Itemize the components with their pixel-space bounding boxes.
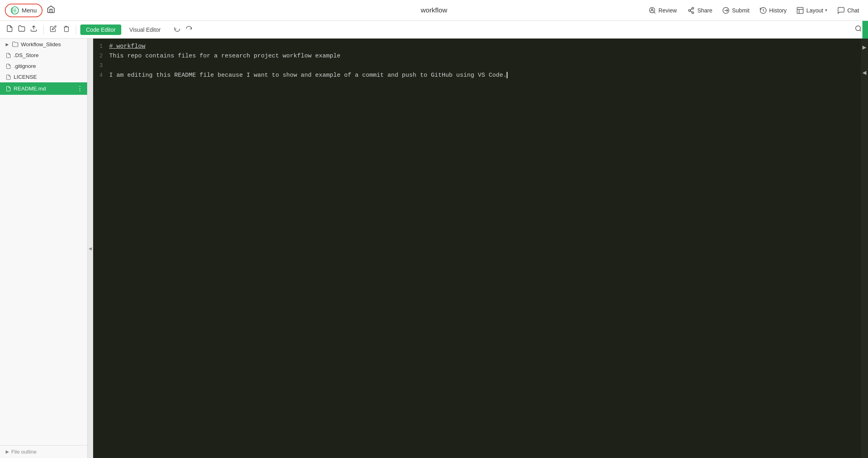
toolbar-separator-2 bbox=[76, 25, 76, 35]
right-panel-collapse-button[interactable]: ◀ bbox=[862, 68, 867, 77]
line-content-1: # workflow bbox=[109, 42, 862, 51]
review-icon bbox=[648, 6, 656, 14]
sidebar-item-ds-store[interactable]: .DS_Store bbox=[0, 50, 87, 61]
review-label: Review bbox=[658, 7, 677, 14]
svg-point-0 bbox=[12, 8, 13, 9]
code-line-1: 1 # workflow bbox=[93, 42, 868, 51]
file-icon bbox=[6, 53, 11, 58]
upload-button[interactable] bbox=[28, 23, 39, 36]
sidebar-item-license[interactable]: LICENSE bbox=[0, 72, 87, 82]
file-outline-chevron-icon: ▶ bbox=[6, 449, 9, 454]
green-accent-bar bbox=[862, 21, 868, 39]
new-folder-icon bbox=[18, 25, 25, 32]
rename-button[interactable] bbox=[48, 23, 59, 36]
code-line-4: 4 I am editing this README file because … bbox=[93, 71, 868, 80]
right-panel-handles: ▶ ◀ bbox=[861, 39, 868, 458]
sidebar-item-gitignore[interactable]: .gitignore bbox=[0, 61, 87, 72]
layout-chevron-icon: ▾ bbox=[825, 8, 827, 13]
undo-button[interactable] bbox=[172, 23, 183, 36]
upload-icon bbox=[30, 25, 37, 32]
toolbar: Code Editor Visual Editor bbox=[0, 21, 868, 39]
header-right: Review Share Submit History bbox=[644, 4, 863, 17]
sidebar-collapse-handle[interactable]: ◀ bbox=[88, 39, 93, 458]
layout-icon bbox=[796, 6, 804, 14]
history-label: History bbox=[769, 7, 787, 14]
share-button[interactable]: Share bbox=[683, 4, 716, 17]
file-outline-label: File outline bbox=[11, 449, 37, 455]
folder-icon bbox=[12, 41, 18, 47]
svg-point-5 bbox=[689, 9, 691, 11]
page-title: workflow bbox=[421, 6, 447, 14]
line-number-4: 4 bbox=[93, 71, 109, 80]
svg-rect-9 bbox=[797, 7, 803, 13]
history-button[interactable]: History bbox=[755, 4, 791, 17]
file-outline-toggle[interactable]: ▶ File outline bbox=[0, 445, 87, 458]
code-line-3: 3 bbox=[93, 61, 868, 71]
file-icon bbox=[6, 63, 11, 69]
share-icon bbox=[687, 6, 695, 15]
toolbar-separator-1 bbox=[43, 25, 44, 35]
menu-label: Menu bbox=[22, 7, 37, 14]
home-button[interactable] bbox=[44, 2, 58, 18]
code-line-2: 2 This repo contains files for a researc… bbox=[93, 51, 868, 61]
header: Menu workflow Review Shar bbox=[0, 0, 868, 21]
sidebar-item-label: .gitignore bbox=[14, 63, 36, 69]
sidebar-item-label: README.md bbox=[14, 86, 46, 92]
menu-button[interactable]: Menu bbox=[5, 4, 43, 17]
header-left: Menu bbox=[5, 2, 58, 18]
svg-point-1 bbox=[12, 10, 13, 11]
text-cursor bbox=[507, 72, 507, 78]
code-editor-tab[interactable]: Code Editor bbox=[80, 25, 121, 35]
sidebar-item-workflow-slides[interactable]: ▶ Workflow_Slides bbox=[0, 39, 87, 50]
sidebar-item-label: .DS_Store bbox=[14, 52, 39, 58]
trash-icon bbox=[63, 25, 70, 32]
edit-icon bbox=[50, 25, 57, 32]
file-icon-active bbox=[6, 86, 11, 92]
new-file-button[interactable] bbox=[4, 23, 15, 36]
sidebar: ▶ Workflow_Slides .DS_Store bbox=[0, 39, 88, 458]
svg-point-6 bbox=[692, 7, 694, 9]
svg-point-10 bbox=[856, 26, 860, 31]
line-number-3: 3 bbox=[93, 61, 109, 70]
submit-button[interactable]: Submit bbox=[718, 4, 754, 17]
search-icon bbox=[855, 25, 862, 32]
sidebar-item-label: Workflow_Slides bbox=[21, 41, 61, 47]
layout-button[interactable]: Layout ▾ bbox=[792, 4, 831, 17]
review-button[interactable]: Review bbox=[644, 4, 681, 17]
line-content-4: I am editing this README file because I … bbox=[109, 71, 862, 80]
line-number-1: 1 bbox=[93, 42, 109, 51]
visual-editor-tab[interactable]: Visual Editor bbox=[124, 25, 166, 35]
menu-icon bbox=[10, 6, 19, 15]
line-number-2: 2 bbox=[93, 51, 109, 60]
submit-label: Submit bbox=[732, 7, 750, 14]
code-editor[interactable]: 1 # workflow 2 This repo contains files … bbox=[93, 39, 868, 458]
main-layout: ▶ Workflow_Slides .DS_Store bbox=[0, 39, 868, 458]
right-panel-expand-button[interactable]: ▶ bbox=[862, 43, 867, 52]
sidebar-item-readme[interactable]: README.md ⋮ bbox=[0, 82, 87, 95]
line-content-3 bbox=[109, 61, 862, 71]
chat-button[interactable]: Chat bbox=[833, 4, 863, 17]
undo-redo-group bbox=[172, 23, 194, 36]
file-icon bbox=[6, 74, 11, 80]
share-label: Share bbox=[697, 7, 712, 14]
new-folder-button[interactable] bbox=[16, 23, 27, 36]
history-icon bbox=[759, 6, 767, 14]
submit-icon bbox=[722, 6, 730, 14]
home-icon bbox=[47, 5, 55, 14]
editor-content: 1 # workflow 2 This repo contains files … bbox=[93, 39, 868, 84]
chevron-right-icon: ▶ bbox=[6, 42, 9, 47]
chat-icon bbox=[837, 6, 845, 14]
layout-label: Layout bbox=[806, 7, 823, 14]
redo-button[interactable] bbox=[183, 23, 194, 36]
sidebar-file-list: ▶ Workflow_Slides .DS_Store bbox=[0, 39, 87, 445]
file-action-icons bbox=[4, 23, 39, 36]
sidebar-item-label: LICENSE bbox=[14, 74, 37, 80]
undo-icon bbox=[174, 25, 181, 32]
svg-point-2 bbox=[12, 11, 13, 12]
new-file-icon bbox=[6, 25, 13, 32]
collapse-chevron-icon: ◀ bbox=[89, 246, 92, 251]
delete-button[interactable] bbox=[61, 23, 72, 36]
more-options-icon[interactable]: ⋮ bbox=[77, 85, 83, 92]
redo-icon bbox=[185, 25, 192, 32]
chat-label: Chat bbox=[847, 7, 859, 14]
